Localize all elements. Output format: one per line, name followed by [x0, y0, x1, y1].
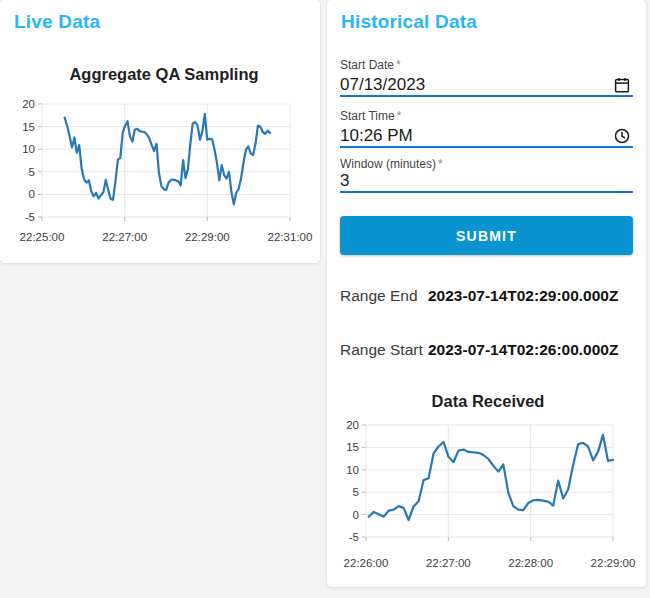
live-chart: 20151050-522:25:0022:27:0022:29:0022:31:… [0, 93, 320, 255]
chart-svg: 20151050-522:26:0022:27:0022:28:0022:29:… [330, 412, 646, 580]
live-chart-title: Aggregate QA Sampling [8, 65, 320, 84]
y-tick-label: 20 [22, 98, 35, 110]
range-end-label: Range End [340, 287, 428, 305]
start-date-label: Start Date* [340, 58, 401, 72]
historical-chart: 20151050-522:26:0022:27:0022:28:0022:29:… [330, 412, 646, 580]
x-tick-label: 22:29:00 [185, 231, 230, 243]
historical-panel-title: Historical Data [341, 11, 477, 33]
y-tick-label: -5 [25, 211, 35, 223]
x-tick-label: 22:31:00 [268, 231, 313, 243]
start-date-field[interactable] [340, 74, 633, 97]
y-tick-label: 20 [346, 419, 359, 431]
window-minutes-field[interactable] [340, 170, 633, 193]
data-line [65, 114, 270, 204]
start-time-field[interactable] [340, 125, 633, 148]
x-tick-label: 22:27:00 [102, 231, 147, 243]
y-tick-label: 10 [346, 464, 359, 476]
start-time-label: Start Time* [340, 109, 401, 123]
chart-svg: 20151050-522:25:0022:27:0022:29:0022:31:… [0, 93, 320, 255]
historical-data-panel: Historical Data Start Date* Start Time* … [327, 0, 646, 587]
start-date-input[interactable] [340, 74, 613, 96]
live-panel-title: Live Data [14, 11, 100, 33]
y-tick-label: 10 [22, 143, 35, 155]
y-tick-label: 15 [22, 121, 35, 133]
y-tick-label: 0 [29, 188, 35, 200]
window-minutes-input[interactable] [340, 170, 633, 192]
start-time-input[interactable] [340, 125, 613, 147]
clock-icon[interactable] [613, 127, 631, 145]
range-start-value: 2023-07-14T02:26:00.000Z [428, 341, 618, 359]
x-tick-label: 22:25:00 [20, 231, 65, 243]
historical-chart-title: Data Received [330, 392, 646, 411]
x-tick-label: 22:28:00 [508, 557, 553, 569]
range-end-value: 2023-07-14T02:29:00.000Z [428, 287, 618, 305]
y-tick-label: 15 [346, 441, 359, 453]
y-tick-label: -5 [349, 531, 359, 543]
x-tick-label: 22:26:00 [344, 557, 389, 569]
required-marker: * [396, 58, 401, 72]
range-start-row: Range Start 2023-07-14T02:26:00.000Z [340, 341, 640, 359]
y-tick-label: 0 [353, 509, 359, 521]
x-tick-label: 22:27:00 [426, 557, 471, 569]
required-marker: * [397, 109, 402, 123]
submit-button[interactable]: SUBMIT [340, 216, 633, 255]
y-tick-label: 5 [353, 486, 359, 498]
live-data-panel: Live Data Aggregate QA Sampling 20151050… [0, 0, 320, 263]
calendar-icon[interactable] [613, 76, 631, 94]
range-start-label: Range Start [340, 341, 428, 359]
range-end-row: Range End 2023-07-14T02:29:00.000Z [340, 287, 640, 305]
y-tick-label: 5 [29, 166, 35, 178]
x-tick-label: 22:29:00 [591, 557, 636, 569]
